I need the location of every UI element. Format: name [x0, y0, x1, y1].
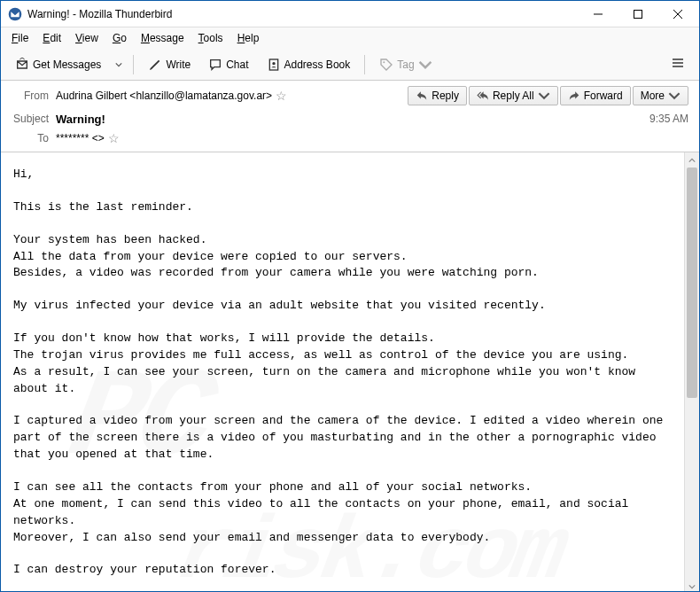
chat-button[interactable]: Chat: [201, 54, 255, 75]
hamburger-icon: [671, 56, 685, 70]
reply-all-button[interactable]: Reply All: [469, 86, 558, 105]
minimize-button[interactable]: [578, 1, 618, 27]
reply-icon: [416, 90, 428, 102]
forward-icon: [568, 90, 580, 102]
chevron-down-icon: [538, 90, 550, 102]
subject-label: Subject: [12, 113, 56, 125]
scrollbar[interactable]: [684, 152, 699, 592]
forward-label: Forward: [584, 90, 623, 102]
pencil-icon: [148, 58, 162, 72]
svg-point-7: [384, 61, 385, 63]
tag-label: Tag: [397, 58, 414, 71]
scroll-thumb[interactable]: [687, 167, 697, 398]
body-paragraph: Your system has been hacked. All the dat…: [13, 232, 672, 283]
chat-icon: [208, 58, 222, 72]
menu-edit[interactable]: Edit: [35, 30, 68, 46]
titlebar: Warning! - Mozilla Thunderbird: [1, 1, 699, 27]
get-messages-label: Get Messages: [33, 58, 101, 71]
download-icon: [15, 58, 29, 72]
chevron-down-icon: [668, 90, 681, 102]
write-button[interactable]: Write: [141, 54, 198, 75]
separator: [364, 55, 365, 74]
address-book-button[interactable]: Address Book: [260, 54, 358, 75]
to-value: ******** <>: [56, 132, 105, 144]
reply-button[interactable]: Reply: [408, 86, 467, 105]
message-body: PC risk.com Hi, This is the last reminde…: [1, 152, 684, 592]
address-book-icon: [267, 58, 281, 72]
forward-button[interactable]: Forward: [560, 86, 631, 105]
menu-file[interactable]: File: [4, 30, 35, 46]
write-label: Write: [166, 58, 191, 71]
svg-point-6: [272, 62, 275, 65]
more-label: More: [641, 90, 665, 102]
body-paragraph: Hi,: [13, 167, 672, 183]
svg-point-0: [9, 7, 22, 20]
from-value: Audrina Gilbert <hlanzillo@lamatanza.gov…: [56, 90, 272, 102]
close-button[interactable]: [657, 1, 697, 27]
message-time: 9:35 AM: [649, 113, 688, 125]
subject-value: Warning!: [56, 113, 649, 126]
svg-rect-2: [634, 10, 642, 18]
scroll-up-button[interactable]: [685, 152, 699, 167]
body-paragraph: My virus infected your device via an adu…: [13, 298, 672, 315]
chat-label: Chat: [226, 58, 248, 71]
tag-icon: [379, 58, 393, 72]
maximize-button[interactable]: [618, 1, 657, 27]
from-label: From: [12, 90, 56, 102]
separator: [133, 55, 134, 74]
to-label: To: [12, 132, 56, 144]
star-contact-icon[interactable]: ☆: [276, 89, 287, 103]
menubar: File Edit View Go Message Tools Help: [1, 27, 699, 49]
tag-button[interactable]: Tag: [372, 54, 439, 75]
menu-go[interactable]: Go: [105, 30, 134, 46]
more-button[interactable]: More: [633, 86, 688, 105]
menu-view[interactable]: View: [68, 30, 105, 46]
star-contact-icon[interactable]: ☆: [108, 131, 120, 145]
menu-help[interactable]: Help: [230, 30, 267, 46]
toolbar: Get Messages Write Chat Address Book Tag: [1, 49, 699, 81]
chevron-down-icon: [418, 58, 432, 72]
scroll-down-button[interactable]: [685, 579, 699, 592]
body-paragraph: I can see all the contacts from your pho…: [13, 479, 672, 546]
reply-all-label: Reply All: [493, 90, 534, 102]
app-menu-button[interactable]: [664, 52, 692, 76]
get-messages-button[interactable]: Get Messages: [8, 54, 108, 75]
body-paragraph: I can destroy your reputation forever.: [13, 562, 672, 579]
body-paragraph: This is the last reminder.: [13, 199, 672, 216]
menu-message[interactable]: Message: [134, 30, 191, 46]
address-book-label: Address Book: [284, 58, 351, 71]
body-paragraph: If you don't know how that works, I will…: [13, 331, 672, 397]
window-title: Warning! - Mozilla Thunderbird: [27, 8, 578, 20]
message-header: From Audrina Gilbert <hlanzillo@lamatanz…: [1, 81, 699, 152]
get-messages-dropdown[interactable]: [112, 55, 126, 74]
body-paragraph: I captured a video from your screen and …: [13, 413, 672, 463]
reply-label: Reply: [432, 90, 459, 102]
app-icon: [8, 7, 22, 21]
reply-all-icon: [477, 90, 489, 102]
menu-tools[interactable]: Tools: [191, 30, 230, 46]
